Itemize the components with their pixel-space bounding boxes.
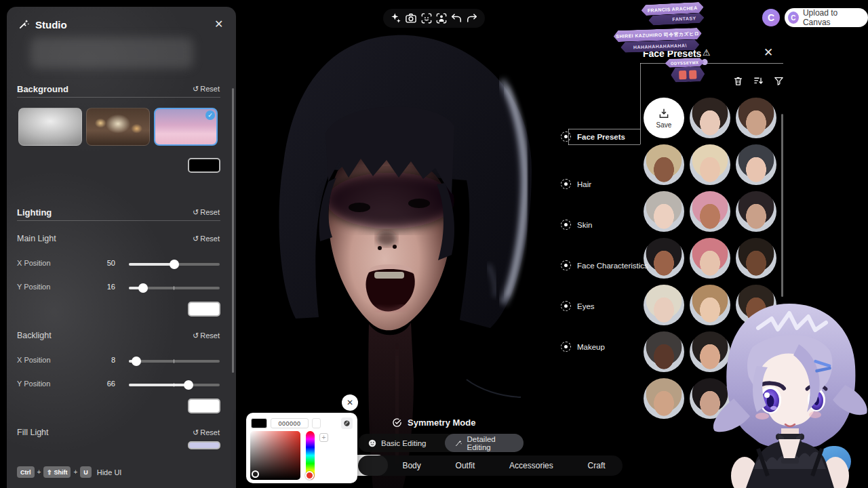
category-highlight-border [568,144,640,145]
preset-dark-slick-hair[interactable] [736,191,776,232]
background-thumbnail-pink-sky[interactable]: ✓ [154,108,218,146]
keycap-ctrl: Ctrl [17,466,35,478]
preset-dark-curly-bob[interactable] [736,144,776,185]
category-hair[interactable]: Hair [561,179,591,189]
trash-icon[interactable] [732,75,744,87]
studio-close-icon[interactable]: ✕ [214,19,223,30]
slider-value: 50 [95,259,115,267]
preset-brown-wavy-hair[interactable] [736,98,776,138]
divider [17,220,220,221]
face-presets-close-icon[interactable]: ✕ [764,47,773,58]
filter-icon[interactable] [773,75,785,87]
face-frame-icon[interactable] [420,12,433,25]
add-swatch-button[interactable]: + [319,433,328,442]
category-radio-icon [561,179,571,189]
light-color-swatch[interactable] [188,399,220,413]
banner-body [671,66,705,83]
panel-scrollbar[interactable] [232,88,234,373]
slider-track[interactable] [129,384,220,386]
hue-selector[interactable] [305,471,314,480]
save-preset-button[interactable]: Save [644,98,684,138]
slider-thumb[interactable] [170,260,179,269]
light-group-label: Fill Light [17,428,49,437]
tab-outfit[interactable]: Outfit [456,461,475,470]
light-group-reset-button[interactable]: ↺Reset [193,428,220,437]
preset-pink-short-curls[interactable] [690,238,730,279]
editing-mode-switch: Basic Editing Detailed Editing [358,434,524,452]
sv-selector[interactable] [252,470,259,478]
background-thumbnail-studio-gray-backdrop[interactable] [18,108,82,146]
tab-detailed-editing[interactable]: Detailed Editing [445,434,524,452]
preset-black-bangs[interactable] [644,238,684,279]
slider-track[interactable] [129,287,220,289]
eyedropper-button[interactable] [341,418,353,429]
category-face-characteristics[interactable]: Face Characteristics [561,260,648,270]
selected-check-icon: ✓ [205,110,215,120]
slider-track[interactable] [129,360,220,363]
ai-sparkle-icon[interactable] [389,12,403,25]
warning-icon: ⚠ [703,47,711,58]
background-reset-button[interactable]: ↺Reset [193,85,220,94]
picker-close-icon[interactable]: ✕ [342,394,358,411]
sort-icon[interactable] [753,75,764,87]
stream-banner: FRANCIS ARACHEA FANTASY [641,2,704,26]
category-label: Face Characteristics [577,262,648,270]
camera-icon[interactable] [404,12,418,25]
category-makeup[interactable]: Makeup [561,342,605,352]
tab-body[interactable]: Body [402,461,420,470]
saturation-value-area[interactable] [250,431,300,480]
preset-blonde-afro-curls[interactable] [644,144,684,185]
preset-gray-bob-bangs[interactable] [644,191,684,232]
preview-color-swatch[interactable] [312,418,321,428]
slider-thumb[interactable] [138,283,148,293]
background-color-swatch[interactable] [188,158,220,173]
category-radio-icon [561,131,571,142]
category-label: Makeup [577,343,605,351]
preset-braided-hair[interactable] [736,238,776,279]
eyedropper-icon [343,420,351,427]
tab-craft[interactable]: Craft [588,461,606,470]
category-eyes[interactable]: Eyes [561,301,595,311]
category-skin[interactable]: Skin [561,220,592,230]
panel-border [640,63,783,64]
symmetry-label: Symmetry Mode [408,418,475,428]
keycap-shift: ⇧ Shift [43,466,71,478]
category-label: Eyes [577,302,595,310]
preset-scrollbar[interactable] [781,114,783,297]
slider-thumb[interactable] [184,380,193,390]
canvas-logo-button[interactable]: C [762,9,780,26]
preset-blonde-updo[interactable] [644,378,684,419]
stream-banner: ODYSSEYMX [665,58,708,83]
symmetry-mode[interactable]: Symmetry Mode [392,418,475,428]
stream-banner: SHIREI KAZUHIRO 司令官カズヒロ HAHAHAHAHAHAHA\ [613,28,702,54]
current-color-swatch[interactable] [251,418,267,428]
light-color-swatch[interactable] [188,302,220,317]
preset-light-blonde-curls[interactable] [690,144,730,185]
upload-to-canvas-button[interactable]: C Upload to Canvas [785,8,868,27]
tab-basic-editing[interactable]: Basic Editing [358,434,435,452]
light-color-swatch[interactable] [188,441,220,449]
reset-icon: ↺ [193,85,199,94]
preset-dark-straight-hair[interactable] [690,98,730,138]
plus-separator: + [37,468,41,476]
light-group-reset-button[interactable]: ↺Reset [193,331,220,340]
slider-thumb[interactable] [132,357,141,366]
logo-letter: C [768,12,774,23]
undo-icon[interactable] [450,12,463,25]
preset-gray-curls[interactable] [644,331,684,372]
hex-input[interactable]: 000000 [271,418,309,428]
preset-pink-long-hair[interactable] [690,191,730,232]
tab-accessories[interactable]: Accessories [509,461,553,470]
body-frame-icon[interactable] [435,12,448,25]
preset-platinum-bowl-cut[interactable] [644,285,684,325]
redo-icon[interactable] [465,12,479,25]
light-group-label: Main Light [17,234,56,243]
background-thumbnail-cozy-room[interactable] [86,108,150,146]
lighting-reset-button[interactable]: ↺Reset [193,208,220,217]
hue-slider[interactable] [306,431,315,480]
light-group-reset-button[interactable]: ↺Reset [193,235,220,243]
canvas-logo-icon: C [788,12,799,24]
category-face-presets[interactable]: Face Presets [561,131,625,142]
slider-track[interactable] [129,263,220,266]
divider [17,97,220,98]
